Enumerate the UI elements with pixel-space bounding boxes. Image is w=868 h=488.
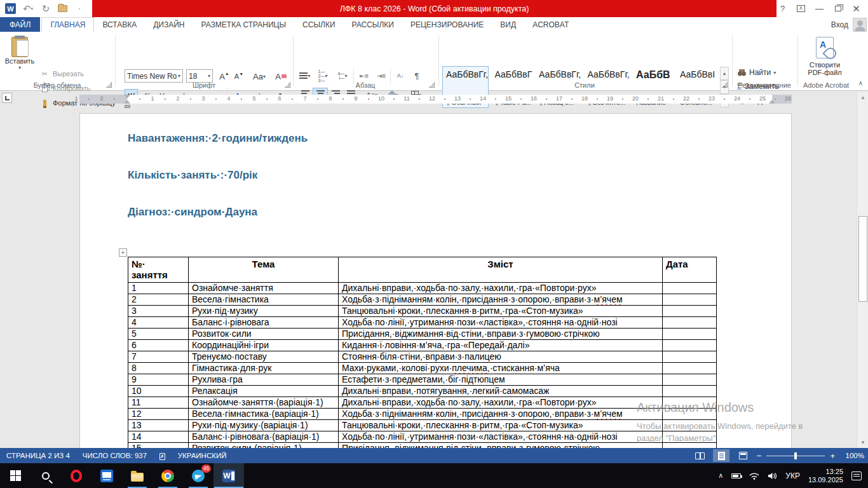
table-cell[interactable]: Гімнастика·для·рук bbox=[189, 363, 339, 374]
numbering-button[interactable]: 1—2—3—▾ bbox=[315, 69, 330, 83]
opera-icon[interactable] bbox=[61, 463, 92, 488]
styles-scroll-up-icon[interactable]: ▲ bbox=[720, 67, 729, 80]
page-indicator[interactable]: СТРАНИЦА 2 ИЗ 4 bbox=[0, 452, 76, 459]
table-cell[interactable] bbox=[663, 409, 717, 420]
tray-language[interactable]: УКР bbox=[785, 471, 800, 480]
table-cell[interactable]: Рухлива·гра bbox=[189, 374, 339, 386]
table-row[interactable]: 13Рухи·під·музику·(варіація·1)Танцювальн… bbox=[128, 420, 717, 431]
table-cell[interactable]: Ходьба·по·лінії,·утримання·пози·«ластівк… bbox=[339, 317, 663, 329]
table-cell[interactable]: 6 bbox=[128, 340, 189, 351]
scroll-down-icon[interactable]: ▼ bbox=[857, 437, 868, 448]
ribbon-tab-вставка[interactable]: ВСТАВКА bbox=[94, 17, 145, 32]
table-cell[interactable] bbox=[663, 306, 717, 317]
ribbon-display-options-icon[interactable]: ∧ bbox=[792, 0, 810, 17]
table-cell[interactable]: Весела·гімнастика bbox=[189, 294, 339, 306]
table-row[interactable]: 6Координаційні·ігриКидання·і·ловіння·м’я… bbox=[128, 340, 717, 351]
table-cell[interactable]: Тренуємо·поставу bbox=[189, 351, 339, 363]
web-layout-button[interactable] bbox=[735, 449, 751, 462]
customize-qat-icon[interactable]: ⹀ bbox=[74, 3, 85, 15]
table-cell[interactable] bbox=[663, 374, 717, 386]
table-row[interactable]: 11Ознайомче·заняття·(варіація·1)Дихальні… bbox=[128, 397, 717, 409]
battery-icon[interactable] bbox=[731, 473, 741, 478]
table-cell[interactable] bbox=[663, 294, 717, 306]
table-cell[interactable]: 3 bbox=[128, 306, 189, 317]
table-cell[interactable]: Ознайомче·заняття bbox=[189, 283, 339, 294]
bullets-button[interactable]: ▾ bbox=[297, 69, 313, 83]
table-cell[interactable]: Ходьба·по·лінії,·утримання·пози·«ластівк… bbox=[339, 431, 663, 443]
telegram-icon[interactable]: 45 bbox=[183, 463, 214, 488]
table-row[interactable]: 5Розвиток·силиПрисідання,·віджимання·від… bbox=[128, 329, 717, 340]
table-cell[interactable]: 10 bbox=[128, 386, 189, 397]
collapse-ribbon-icon[interactable]: ∧ bbox=[858, 79, 863, 86]
table-cell[interactable]: Кидання·і·ловіння·м’яча,·гра·«Передай·да… bbox=[339, 340, 663, 351]
start-button[interactable] bbox=[0, 463, 31, 488]
horizontal-ruler[interactable]: 2112345678910111213141516171819202122232… bbox=[79, 95, 792, 104]
table-cell[interactable] bbox=[663, 431, 717, 443]
table-cell[interactable]: Танцювальні·кроки,·плескання·в·ритм,·гра… bbox=[339, 420, 663, 431]
volume-icon[interactable] bbox=[768, 472, 777, 480]
table-cell[interactable]: 1 bbox=[128, 283, 189, 294]
table-cell[interactable]: Дихальні·вправи,·потягування,·легкий·сам… bbox=[339, 386, 663, 397]
file-explorer-icon[interactable] bbox=[122, 463, 153, 488]
table-row[interactable]: 1Ознайомче·заняттяДихальні·вправи,·ходьб… bbox=[128, 283, 717, 294]
zoom-out-icon[interactable]: − bbox=[756, 451, 761, 461]
table-cell[interactable]: 9 bbox=[128, 374, 189, 386]
clipboard-dialog-launcher[interactable] bbox=[106, 82, 112, 88]
redo-icon[interactable]: ↻ bbox=[40, 3, 51, 15]
undo-icon[interactable]: ↶▾ bbox=[22, 3, 34, 15]
ribbon-tab-разметка-страницы[interactable]: РАЗМЕТКА СТРАНИЦЫ bbox=[193, 17, 295, 32]
ribbon-tab-вид[interactable]: ВИД bbox=[492, 17, 524, 32]
table-move-handle[interactable]: + bbox=[119, 248, 127, 257]
first-line-indent-marker[interactable] bbox=[124, 95, 130, 98]
table-row[interactable]: 10РелаксаціяДихальні·вправи,·потягування… bbox=[128, 386, 717, 397]
chrome-icon[interactable] bbox=[153, 463, 183, 488]
font-size-combo[interactable]: 18▾ bbox=[186, 69, 213, 83]
scrollbar-thumb[interactable] bbox=[858, 216, 867, 302]
find-button[interactable]: Найти▾ bbox=[737, 68, 776, 77]
table-row[interactable]: 8Гімнастика·для·рукМахи·руками,·колові·р… bbox=[128, 363, 717, 374]
table-cell[interactable] bbox=[663, 283, 717, 294]
table-cell[interactable]: Баланс·і·рівновага bbox=[189, 317, 339, 329]
table-cell[interactable]: Стояння·біля·стіни,·вправи·з·палицею bbox=[339, 351, 663, 363]
font-dialog-launcher[interactable] bbox=[285, 82, 290, 88]
ribbon-tab-ссылки[interactable]: ССЫЛКИ bbox=[294, 17, 343, 32]
ribbon-tab-файл[interactable]: ФАЙЛ bbox=[0, 17, 40, 32]
font-family-combo[interactable]: Times New Ro▾ bbox=[125, 69, 183, 83]
proofing-status-icon[interactable]: ✗ bbox=[153, 452, 172, 460]
hidden-icons-chevron[interactable]: ∧ bbox=[718, 471, 723, 480]
sign-in-area[interactable]: Вход bbox=[831, 17, 867, 32]
table-cell[interactable]: Релаксація bbox=[189, 386, 339, 397]
restore-icon[interactable] bbox=[829, 0, 847, 17]
open-folder-icon[interactable] bbox=[58, 5, 67, 12]
table-cell[interactable]: 5 bbox=[128, 329, 189, 340]
table-cell[interactable]: Дихальні·вправи,·ходьба·по·залу,·нахили,… bbox=[339, 397, 663, 409]
document-page[interactable]: Навантаження:·2·години/тижденьКількість·… bbox=[79, 113, 792, 449]
multilevel-list-button[interactable]: a— i—▾ bbox=[335, 69, 350, 83]
table-row[interactable]: 14Баланс·і·рівновага·(варіація·1)Ходьба·… bbox=[128, 431, 717, 443]
word-count[interactable]: ЧИСЛО СЛОВ: 937 bbox=[76, 452, 153, 459]
ribbon-tab-рецензирование[interactable]: РЕЦЕНЗИРОВАНИЕ bbox=[402, 17, 492, 32]
table-row[interactable]: 3Рухи·під·музикуТанцювальні·кроки,·плеск… bbox=[128, 306, 717, 317]
table-cell[interactable]: Ознайомче·заняття·(варіація·1) bbox=[189, 397, 339, 409]
ribbon-tab-рассылки[interactable]: РАССЫЛКИ bbox=[344, 17, 402, 32]
table-cell[interactable]: Рухи·під·музику bbox=[189, 306, 339, 317]
tray-clock[interactable]: 13:2513.09.2025 bbox=[808, 468, 843, 484]
table-cell[interactable]: 2 bbox=[128, 294, 189, 306]
read-mode-button[interactable] bbox=[691, 449, 708, 462]
tab-selector[interactable] bbox=[2, 93, 12, 103]
table-cell[interactable] bbox=[663, 329, 717, 340]
zoom-slider[interactable] bbox=[766, 456, 825, 456]
table-row[interactable]: 4Баланс·і·рівновагаХодьба·по·лінії,·утри… bbox=[128, 317, 717, 329]
styles-dialog-launcher[interactable] bbox=[722, 82, 728, 88]
table-cell[interactable]: Естафети·з·предметами,·біг·підтюпцем bbox=[339, 374, 663, 386]
vertical-scrollbar[interactable]: ▲ ▼ bbox=[857, 92, 868, 448]
table-cell[interactable]: 8 bbox=[128, 363, 189, 374]
table-cell[interactable]: Баланс·і·рівновага·(варіація·1) bbox=[189, 431, 339, 443]
table-cell[interactable] bbox=[663, 363, 717, 374]
table-cell[interactable]: 12 bbox=[128, 409, 189, 420]
table-cell[interactable]: Ходьба·з·підніманням·колін,·присідання·з… bbox=[339, 294, 663, 306]
search-button[interactable] bbox=[31, 463, 61, 488]
ribbon-tab-acrobat[interactable]: ACROBAT bbox=[524, 17, 577, 32]
create-pdf-button[interactable]: Створити PDF-файл bbox=[799, 37, 850, 83]
table-cell[interactable]: Розвиток·сили bbox=[189, 329, 339, 340]
